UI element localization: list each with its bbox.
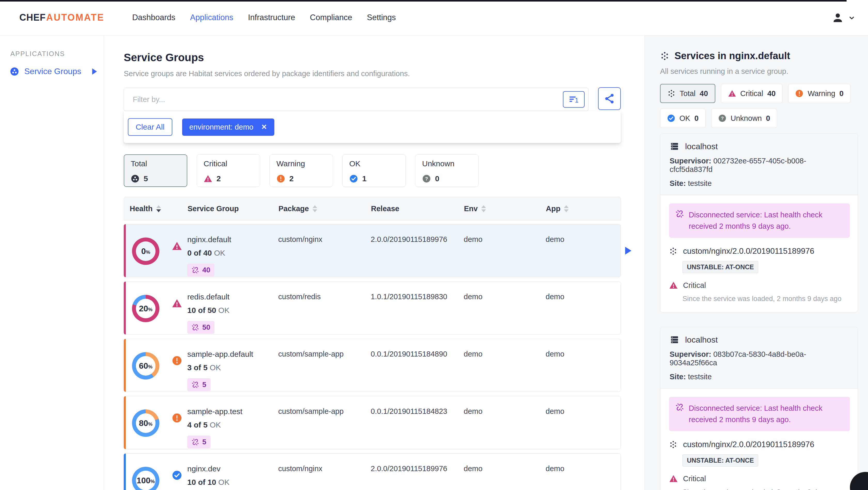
top-progress-line [0,0,846,2]
ok-icon [667,114,675,122]
main-navigation: DashboardsApplicationsInfrastructureComp… [132,13,396,22]
disconnected-count: 40 [202,266,210,274]
disconnected-icon [191,438,199,446]
update-strategy-badge: UNSTABLE: AT-ONCE [683,261,758,273]
service-badge-ok[interactable]: OK 0 [660,109,706,128]
column-label: Release [371,204,399,213]
sort-arrows-icon [481,205,486,212]
service-group-cell: redis.default 10 of 50 OK 50 [187,282,278,334]
disconnected-alert: Disconnected service: Last health check … [669,203,850,238]
disconnected-count-badge[interactable]: 5 [187,435,211,449]
package-cell: custom/nginx [278,454,371,490]
chevron-down-icon [848,14,856,22]
service-group-row[interactable]: 0% nginx.default 0 of 40 OK 40 custom/ng… [124,224,621,277]
site-label: Site: [670,179,686,188]
status-card-warning[interactable]: Warning 2 [270,154,333,187]
service-badge-unknown[interactable]: ? Unknown 0 [711,109,777,128]
logo-automate: AUTOMATE [46,12,104,23]
release-cell: 2.0.0/20190115189976 [371,224,464,277]
panel-subtitle: All services running in a service group. [660,67,858,76]
column-header-service-group: Service Group [188,204,278,213]
service-health-label: Critical [683,281,706,290]
app-cell: demo [546,224,621,277]
badge-label: OK [679,114,690,123]
service-group-row[interactable]: 100% nginx.dev 10 of 10 OK 10 custom/ngi… [124,453,621,490]
service-badge-critical[interactable]: Critical 40 [721,84,783,103]
status-card-critical[interactable]: Critical 2 [196,154,260,187]
clear-all-button[interactable]: Clear All [128,118,172,136]
disconnected-alert: Disconnected service: Last health check … [669,397,850,431]
status-card-count: 2 [216,174,221,183]
chip-remove-icon[interactable]: ✕ [261,123,267,131]
status-card-ok[interactable]: OK 1 [342,154,406,187]
main-content: Service Groups Service groups are Habita… [104,35,644,490]
disconnected-icon [191,266,199,274]
ok-label: OK [210,421,221,429]
filter-input[interactable] [124,95,588,104]
column-header-release: Release [371,204,464,213]
status-card-unknown[interactable]: Unknown ? 0 [415,154,479,187]
column-header-env[interactable]: Env [464,204,546,213]
unknown-icon: ? [718,114,726,122]
service-health-note: Since the service was loaded, 2 months 9… [683,295,850,303]
service-group-row[interactable]: 80% sample-app.test 4 of 5 OK 5 custom/s… [124,396,621,449]
user-menu[interactable] [832,0,856,35]
habitat-dots-icon [669,440,677,449]
nav-tab-dashboards[interactable]: Dashboards [132,13,176,22]
health-donut: 20% [132,295,159,322]
status-card-total[interactable]: Total 5 [124,154,187,187]
service-group-cell: nginx.default 0 of 40 OK 40 [187,224,278,277]
chef-automate-logo[interactable]: CHEF AUTOMATE [20,12,104,23]
health-percent: 60 [139,361,148,371]
service-group-cell: sample-app.test 4 of 5 OK 5 [187,396,278,449]
server-icon [670,335,679,345]
ok-label: OK [210,363,221,372]
service-group-row[interactable]: 20% redis.default 10 of 50 OK 50 custom/… [124,282,621,335]
nav-tab-infrastructure[interactable]: Infrastructure [248,13,295,22]
sidebar-item-label: Service Groups [24,67,82,76]
filter-area: 1 Clear All environment: demo ✕ [124,87,621,143]
disconnected-count: 50 [202,323,210,331]
column-header-package[interactable]: Package [278,204,371,213]
svg-text:1: 1 [575,97,579,104]
share-button[interactable] [598,87,621,110]
column-label: App [546,204,560,213]
disconnected-count-badge[interactable]: 50 [187,321,214,334]
warning-icon [172,413,182,423]
service-badge-warning[interactable]: Warning 0 [788,84,850,103]
health-percent: 20 [139,304,148,314]
table-body: 0% nginx.default 0 of 40 OK 40 custom/ng… [124,224,621,490]
site-value: testsite [688,179,712,188]
badge-label: Total [680,89,695,98]
package-cell: custom/redis [278,282,371,334]
disconnected-count-badge[interactable]: 40 [187,264,214,276]
left-sidebar: APPLICATIONS Service Groups [0,35,104,490]
service-group-row[interactable]: 60% sample-app.default 3 of 5 OK 5 custo… [124,339,621,392]
nav-tab-settings[interactable]: Settings [367,13,396,22]
service-card: localhost Supervisor: 083b07ca-5830-4a8d… [660,327,858,490]
ok-count: 0 of 40 [187,249,212,257]
service-card-header: localhost Supervisor: 083b07ca-5830-4a8d… [660,327,858,389]
status-card-label: Critical [204,159,260,168]
filter-count-button[interactable]: 1 [563,91,585,108]
app-cell: demo [546,454,621,490]
host-name: localhost [685,335,718,345]
ok-count: 10 of 10 [187,478,216,486]
nav-tab-compliance[interactable]: Compliance [310,13,352,22]
sort-arrows-icon [564,205,568,212]
column-header-health[interactable]: Health [124,204,188,213]
service-badge-total[interactable]: Total 40 [660,84,715,103]
column-header-app[interactable]: App [546,204,621,213]
panel-title-row: Services in nginx.default [660,50,858,61]
filter-chip[interactable]: environment: demo ✕ [182,119,274,136]
status-card-count: 2 [289,174,294,183]
sidebar-item-service-groups[interactable]: Service Groups [10,67,97,76]
sidebar-section-label: APPLICATIONS [10,50,103,58]
status-card-count: 1 [362,174,367,183]
badge-label: Warning [808,89,835,98]
service-groups-table: Health Service Group Package Release Env [124,197,621,490]
critical-icon [172,241,182,251]
badge-count: 0 [766,114,770,123]
disconnected-count-badge[interactable]: 5 [187,378,211,391]
nav-tab-applications[interactable]: Applications [190,13,233,22]
